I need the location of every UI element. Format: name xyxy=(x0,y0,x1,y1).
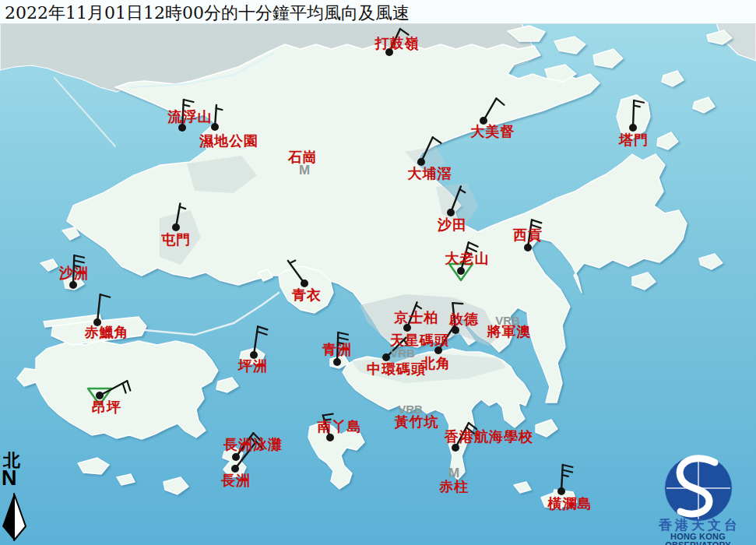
station-label: 坪洲 xyxy=(238,359,268,373)
station-label: 將軍澳 xyxy=(487,325,532,339)
station-dot xyxy=(69,281,77,289)
logo-chinese-text: 香港天文台 xyxy=(643,519,756,532)
map-title: 2022年11月01日12時00分的十分鐘平均風向及風速 xyxy=(5,2,410,25)
station-label: 塔門 xyxy=(619,133,649,147)
station-label: 長洲 xyxy=(221,473,251,487)
station-dot xyxy=(178,124,186,132)
station-label: 青洲 xyxy=(322,343,352,357)
station-label: 南丫島 xyxy=(318,420,362,434)
station-label: 長洲泳灘 xyxy=(223,438,283,452)
station-label: 香港航海學校 xyxy=(445,430,533,444)
missing-data-marker: M xyxy=(299,164,310,177)
station-label: 打鼓嶺 xyxy=(375,37,420,51)
station-label: 赤柱 xyxy=(439,480,469,494)
station-label: 沙洲 xyxy=(59,266,89,280)
station-label: 青衣 xyxy=(292,288,322,302)
station-dot xyxy=(172,223,180,231)
variable-wind-marker: VRB xyxy=(495,315,520,326)
title-bar: 2022年11月01日12時00分的十分鐘平均風向及風速 xyxy=(0,0,756,24)
north-letter-label: N xyxy=(2,468,17,489)
hk-map xyxy=(0,0,756,545)
station-label: 沙田 xyxy=(438,218,467,232)
station-label: 赤鱲角 xyxy=(85,325,129,339)
variable-wind-marker: VRB xyxy=(390,347,415,359)
station-label: 大老山 xyxy=(445,251,490,265)
station-label: 中環碼頭 xyxy=(367,362,426,376)
station-label: 橫瀾島 xyxy=(548,497,592,511)
station-label: 大埔滘 xyxy=(408,167,452,181)
station-dot xyxy=(326,434,334,441)
station-label: 昂坪 xyxy=(92,400,121,414)
station-dot xyxy=(333,358,341,366)
station-label: 屯門 xyxy=(161,233,191,247)
missing-data-marker: M xyxy=(448,466,459,480)
station-label: 流浮山 xyxy=(168,110,213,124)
hko-logo-icon xyxy=(665,455,732,521)
station-label: 濕地公園 xyxy=(199,134,258,148)
station-label: 西貢 xyxy=(513,228,543,242)
station-label: 天星碼頭 xyxy=(390,333,449,347)
station-label: 京士柏 xyxy=(395,311,439,325)
station-dot xyxy=(457,267,465,275)
station-dot xyxy=(557,487,565,495)
station-label: 黃竹坑 xyxy=(395,415,439,429)
station-dot xyxy=(629,124,637,132)
station-dot xyxy=(452,444,459,452)
wind-map-screen: 2022年11月01日12時00分的十分鐘平均風向及風速 打鼓嶺流浮山濕地公園石… xyxy=(0,0,756,545)
station-dot xyxy=(524,244,532,251)
station-dot xyxy=(232,453,240,461)
station-dot xyxy=(447,209,455,216)
variable-wind-marker: VRB xyxy=(398,403,423,415)
logo-english-text: HONG KONG OBSERVATORY xyxy=(640,533,756,545)
station-label: 北角 xyxy=(421,357,451,371)
station-dot xyxy=(211,123,219,131)
station-label: 啟德 xyxy=(449,312,479,326)
station-label: 大美督 xyxy=(471,125,515,139)
